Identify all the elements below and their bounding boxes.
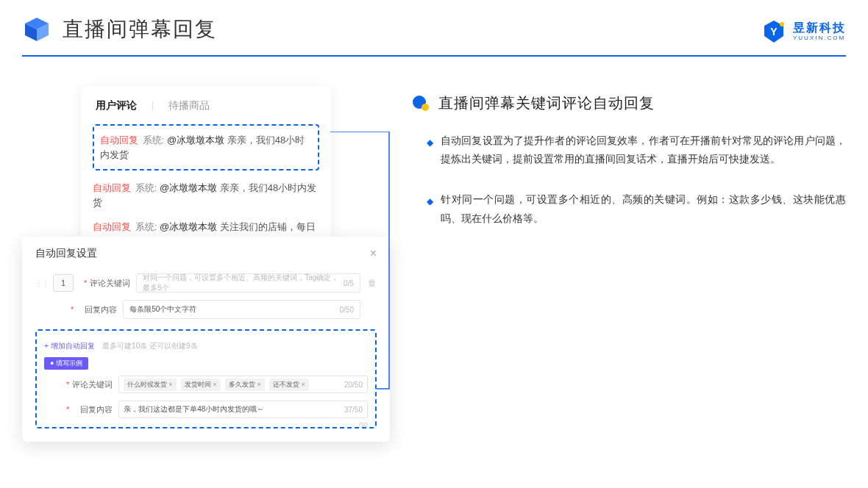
svg-text:Y: Y: [770, 26, 778, 37]
svg-point-6: [421, 104, 429, 111]
example-badge: ● 填写示例: [44, 357, 88, 370]
tab-user-comments[interactable]: 用户评论: [96, 99, 137, 112]
auto-reply-message-highlighted: 自动回复 系统: @冰墩墩本墩 亲亲，我们48小时内发货: [93, 124, 319, 171]
tag-chip[interactable]: 多久发货×: [225, 378, 264, 391]
diamond-icon: ◆: [427, 135, 433, 168]
add-auto-reply-link[interactable]: + 增加自动回复: [44, 342, 95, 350]
tab-pending-products[interactable]: 待播商品: [168, 99, 210, 112]
quota-hint: 最多可建10条 还可以创建9条: [102, 342, 197, 350]
tag-chip[interactable]: 什么时候发货×: [124, 378, 176, 391]
auto-reply-message: 自动回复 系统: @冰墩墩本墩 亲亲，我们48小时内发货: [93, 181, 319, 209]
drag-handle-icon[interactable]: ⋮⋮: [35, 279, 49, 287]
chat-bubble-icon: [412, 95, 430, 112]
svg-point-4: [780, 22, 784, 26]
tab-separator: |: [152, 99, 154, 112]
example-section: + 增加自动回复 最多可建10条 还可以创建9条 ● 填写示例 * 评论关键词 …: [35, 329, 377, 428]
cube-icon: [22, 15, 51, 44]
section-title: 直播间弹幕关键词评论自动回复: [438, 93, 655, 113]
feature-bullet: ◆ 自动回复设置为了提升作者的评论回复效率，作者可在开播前针对常见的评论用户问题…: [412, 132, 846, 168]
feature-bullet: ◆ 针对同一个问题，可设置多个相近的、高频的关键词。例如：这款多少钱、这块能优惠…: [412, 190, 846, 227]
connector-line: [330, 132, 404, 488]
tag-chip[interactable]: 发货时间×: [181, 378, 220, 391]
brand-logo: Y 昱新科技 YUUXIN.COM: [761, 18, 846, 45]
brand-name: 昱新科技: [793, 22, 846, 34]
tag-chip[interactable]: 还不发货×: [269, 378, 308, 391]
index-input[interactable]: 1: [53, 274, 74, 292]
page-title: 直播间弹幕回复: [63, 15, 217, 43]
diamond-icon: ◆: [427, 194, 433, 227]
reply-label: 回复内容: [77, 304, 117, 315]
keyword-input[interactable]: 对同一个问题，可设置多个相近、高频的关键词，Tag确定，最多5个 0/5: [136, 273, 360, 293]
keyword-label: 评论关键词: [90, 278, 130, 289]
brand-subtitle: YUUXIN.COM: [793, 35, 846, 41]
reply-input[interactable]: 每条限50个中文字符 0/50: [123, 300, 360, 319]
settings-title: 自动回复设置: [35, 247, 97, 260]
